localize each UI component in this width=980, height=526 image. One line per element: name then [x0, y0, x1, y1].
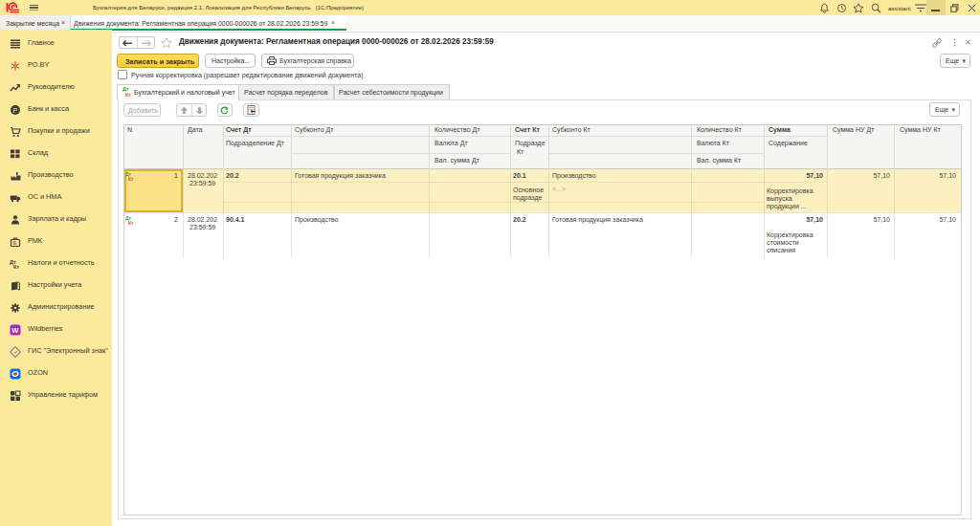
svg-text:Кт: Кт [125, 92, 131, 98]
svg-text:P: P [13, 107, 18, 114]
svg-text:W: W [11, 326, 19, 335]
svg-text:Кт: Кт [13, 264, 19, 270]
